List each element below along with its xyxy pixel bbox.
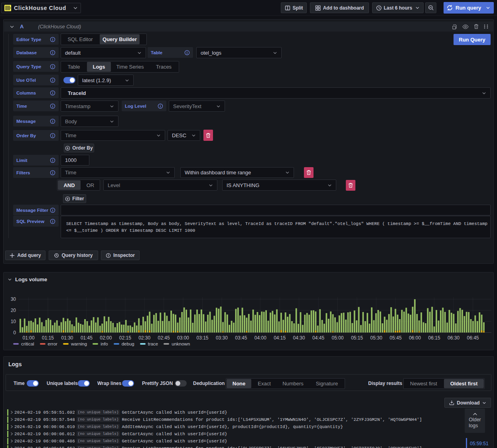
svg-text:03:30: 03:30 [216, 335, 228, 341]
svg-text:06:30: 06:30 [448, 335, 460, 341]
svg-text:03:45: 03:45 [235, 335, 247, 341]
svg-text:03:15: 03:15 [196, 335, 208, 341]
svg-text:0: 0 [13, 330, 16, 336]
svg-text:04:45: 04:45 [312, 335, 324, 341]
svg-text:05:30: 05:30 [370, 335, 382, 341]
svg-text:02:00: 02:00 [100, 335, 112, 341]
svg-text:06:45: 06:45 [467, 335, 479, 341]
svg-text:06:00: 06:00 [409, 335, 421, 341]
svg-text:05:15: 05:15 [351, 335, 363, 341]
svg-text:03:00: 03:00 [177, 335, 189, 341]
svg-text:10: 10 [11, 319, 16, 324]
svg-text:04:15: 04:15 [274, 335, 286, 341]
svg-text:05:45: 05:45 [390, 335, 402, 341]
svg-text:02:45: 02:45 [158, 335, 170, 341]
svg-text:01:00: 01:00 [23, 335, 35, 341]
svg-text:05:00: 05:00 [331, 335, 343, 341]
svg-text:02:30: 02:30 [138, 335, 150, 341]
svg-text:04:00: 04:00 [254, 335, 266, 341]
svg-text:20: 20 [11, 308, 16, 313]
svg-text:06:15: 06:15 [428, 335, 440, 341]
svg-text:04:30: 04:30 [293, 335, 305, 341]
svg-text:01:15: 01:15 [42, 335, 54, 341]
svg-text:02:15: 02:15 [119, 335, 131, 341]
svg-text:01:30: 01:30 [61, 335, 73, 341]
svg-text:01:45: 01:45 [81, 335, 93, 341]
svg-text:30: 30 [11, 296, 16, 302]
